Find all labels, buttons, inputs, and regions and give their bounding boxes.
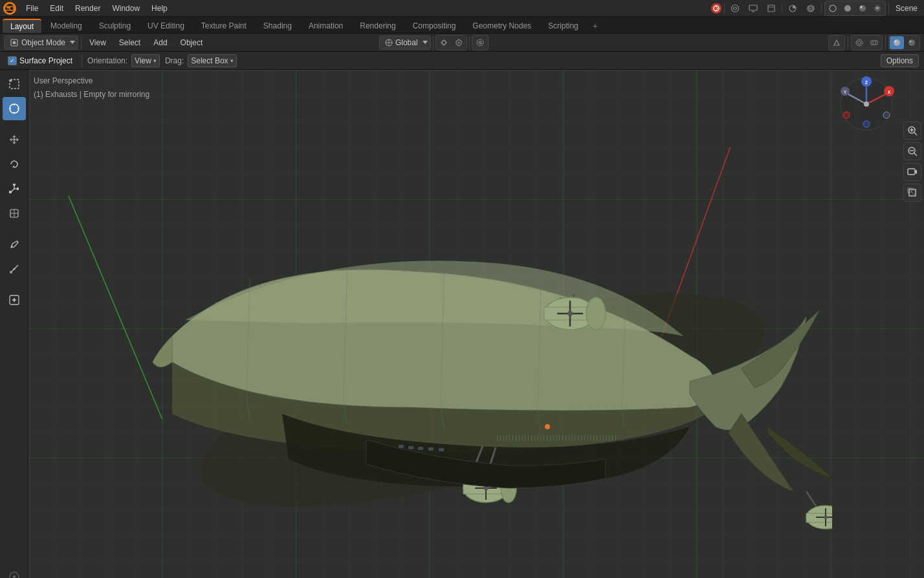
zoom-in-nav-btn[interactable] xyxy=(903,122,921,140)
orient-chevron xyxy=(423,41,428,44)
svg-point-39 xyxy=(10,104,19,113)
move-tool[interactable] xyxy=(3,128,26,151)
overlay-btn[interactable] xyxy=(852,36,866,49)
svg-point-59 xyxy=(13,268,15,270)
zeppelin-model: ||||||||||||||||||||||||||||||||||||||| … xyxy=(28,70,924,578)
svg-point-111 xyxy=(863,121,870,127)
svg-point-29 xyxy=(858,41,861,44)
toolbar-sep-1 xyxy=(81,36,82,49)
svg-rect-95 xyxy=(428,447,434,451)
add-object-tool[interactable] xyxy=(3,288,26,312)
tab-scripting[interactable]: Scripting xyxy=(540,19,586,33)
top-menu-bar: File Edit Render Window Help xyxy=(0,0,924,17)
orientation-area: Orientation: View xyxy=(87,54,160,67)
drag-value: Select Box xyxy=(191,56,228,65)
menu-help[interactable]: Help xyxy=(146,1,173,16)
svg-point-64 xyxy=(13,575,16,578)
tab-modeling[interactable]: Modeling xyxy=(43,19,90,33)
toolbar-sep-5 xyxy=(885,36,886,49)
overlay-icon[interactable] xyxy=(803,1,819,16)
gizmo-toggle-group xyxy=(828,35,845,50)
svg-rect-96 xyxy=(439,448,444,451)
transform-tool[interactable] xyxy=(3,202,26,225)
svg-point-21 xyxy=(13,41,16,44)
scale-tool[interactable] xyxy=(3,177,26,200)
extra-tool[interactable] xyxy=(3,565,26,578)
solid-btn[interactable] xyxy=(841,2,855,15)
add-workspace-button[interactable]: + xyxy=(588,19,603,33)
tab-texture-paint[interactable]: Texture Paint xyxy=(193,19,254,33)
measure-tool[interactable] xyxy=(3,257,26,281)
tab-layout[interactable]: Layout xyxy=(3,19,41,33)
menu-render[interactable]: Render xyxy=(70,1,105,16)
main-toolbar: Object Mode View Select Add Object Globa… xyxy=(0,34,924,52)
orientation-value: View xyxy=(135,56,151,65)
object-mode-dropdown[interactable]: Object Mode xyxy=(4,36,78,50)
tab-compositing[interactable]: Compositing xyxy=(405,19,464,33)
svg-point-16 xyxy=(844,5,851,12)
toolbar-add[interactable]: Add xyxy=(148,36,172,50)
select-box-tool[interactable] xyxy=(3,72,26,96)
cursor-tool[interactable] xyxy=(3,97,26,120)
tab-uv-editing[interactable]: UV Editing xyxy=(140,19,192,33)
orthographic-view-btn[interactable] xyxy=(903,184,921,202)
tab-sculpting[interactable]: Sculpting xyxy=(91,19,138,33)
toolbar-select[interactable]: Select xyxy=(114,36,146,50)
notification-dot[interactable] xyxy=(711,3,721,14)
separator2 xyxy=(782,3,782,14)
tab-animation[interactable]: Animation xyxy=(301,19,351,33)
material-btn[interactable] xyxy=(855,2,870,15)
svg-line-125 xyxy=(912,192,916,196)
render-preview-btn[interactable] xyxy=(870,2,885,15)
orientation-dropdown[interactable]: Global xyxy=(379,36,431,50)
toolbar-center-group: Global xyxy=(379,35,489,50)
snap-toggle[interactable] xyxy=(437,36,451,49)
scene-collection-icon[interactable] xyxy=(764,1,779,16)
svg-text:||||||||||||||||||||||||||||||: ||||||||||||||||||||||||||||||||||||||| xyxy=(496,435,617,441)
surface-project-label: Surface Project xyxy=(19,56,72,65)
material-shading-btn[interactable] xyxy=(905,36,919,49)
svg-rect-10 xyxy=(768,5,775,12)
sync-icon[interactable] xyxy=(727,1,743,16)
viewport-3d[interactable]: ||||||||||||||||||||||||||||||||||||||| … xyxy=(28,70,924,578)
tab-shading[interactable]: Shading xyxy=(256,19,300,33)
toolbar-view[interactable]: View xyxy=(84,36,111,50)
drag-value-dropdown[interactable]: Select Box xyxy=(188,54,236,67)
svg-point-91 xyxy=(824,515,828,519)
svg-point-113 xyxy=(883,112,890,118)
tab-rendering[interactable]: Rendering xyxy=(352,19,403,33)
annotate-tool[interactable] xyxy=(3,233,26,256)
svg-line-115 xyxy=(914,133,917,135)
menu-edit[interactable]: Edit xyxy=(45,1,69,16)
snap-settings[interactable] xyxy=(452,36,466,49)
svg-rect-92 xyxy=(399,445,404,448)
proportional-group xyxy=(472,35,489,50)
proportional-toggle[interactable] xyxy=(473,36,487,49)
svg-point-38 xyxy=(10,80,12,82)
toolbar-object[interactable]: Object xyxy=(175,36,208,50)
svg-text:Z: Z xyxy=(865,80,868,85)
svg-point-18 xyxy=(860,6,863,8)
viewport-shading-icon[interactable] xyxy=(785,1,800,16)
navigation-gizmo[interactable]: Z X Y xyxy=(837,75,896,133)
zoom-out-nav-btn[interactable] xyxy=(903,142,921,160)
render-icon[interactable] xyxy=(745,1,761,16)
menu-file[interactable]: File xyxy=(21,1,43,16)
orientation-value-dropdown[interactable]: View xyxy=(131,54,160,67)
separator xyxy=(724,3,725,14)
tab-geometry-nodes[interactable]: Geometry Nodes xyxy=(465,19,539,33)
surface-project-checkbox[interactable] xyxy=(8,56,17,65)
menu-window[interactable]: Window xyxy=(107,1,145,16)
options-button[interactable]: Options xyxy=(881,54,919,67)
rotate-tool[interactable] xyxy=(3,153,26,176)
solid-shading-btn[interactable] xyxy=(890,36,904,49)
wireframe-btn[interactable] xyxy=(826,2,840,15)
show-gizmo-btn[interactable] xyxy=(830,36,844,49)
blender-logo[interactable] xyxy=(3,1,17,16)
svg-rect-121 xyxy=(908,169,915,175)
camera-view-btn[interactable] xyxy=(903,163,921,181)
svg-point-77 xyxy=(567,311,573,316)
xray-btn[interactable] xyxy=(867,36,881,49)
orientation-text-label: Orientation: xyxy=(87,56,127,65)
svg-point-28 xyxy=(856,39,863,46)
